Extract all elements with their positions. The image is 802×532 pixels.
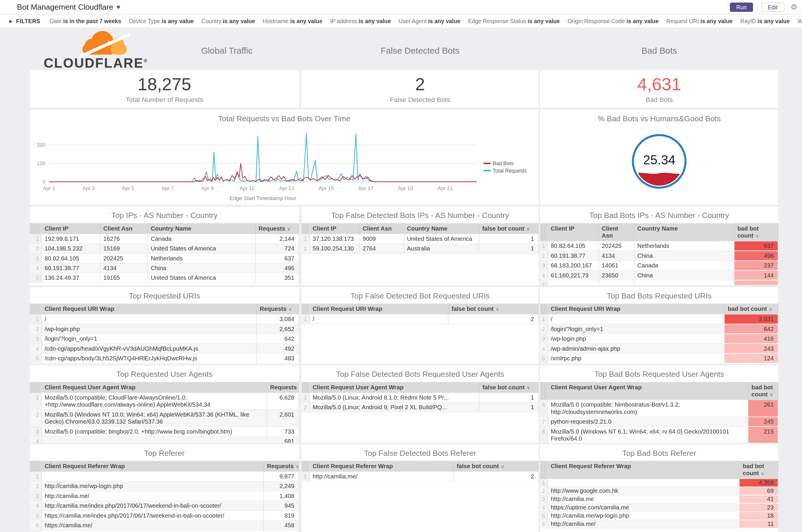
kpi-value: 4,631 [540, 74, 778, 94]
cell-client-ip: 60.191.38.77 [548, 251, 598, 261]
table-top-false-bot-referer: Client Request Referer Wrapfalse bot cou… [301, 461, 538, 481]
row-number: 6 [30, 520, 41, 530]
table-row: 368.183.200.16714061Canada237 [540, 261, 778, 270]
kpi-card-bad-bots: 4,631 Bad Bots [540, 70, 778, 108]
cell-client-request-uri-wrap: / [41, 314, 256, 324]
filter-item[interactable]: Device Type is any value [129, 18, 194, 24]
cell-client-asn: 2764 [359, 244, 403, 253]
column-header-country-name[interactable]: Country Name [404, 223, 479, 234]
filter-item[interactable]: Request URI is any value [666, 18, 732, 24]
cell-country-name: United States of America [404, 234, 479, 244]
cell-client-ip: 192.99.8.171 [41, 234, 100, 244]
heart-icon: ♥ [116, 3, 120, 11]
cell-bad-bot-count: 18 [739, 512, 778, 520]
table-row: 6Mozilla/5.0 (compatible; Nimbostratus-B… [540, 400, 778, 417]
cell-bad-bot-count: 23 [739, 503, 778, 512]
cell-client-asn: 202425 [100, 253, 147, 263]
x-axis-tick: Apr 11 [240, 186, 254, 191]
series-bad-bots [49, 164, 477, 182]
cell-client-asn: 4134 [100, 263, 147, 273]
row-number: 5 [540, 353, 548, 363]
filter-item[interactable]: RayID is any value [740, 18, 790, 24]
cell-client-request-uri-wrap: / [548, 314, 724, 324]
filter-item[interactable]: Origin Response Code is any value [567, 18, 658, 24]
column-header-client-request-user-agent-wrap[interactable]: Client Request User Agent Wrap [309, 382, 479, 393]
cell-bad-bot-count: 215 [748, 426, 778, 443]
cell-client-request-referer-wrap [548, 479, 739, 487]
column-header-country-name[interactable]: Country Name [147, 223, 255, 234]
column-header-client-request-user-agent-wrap[interactable]: Client Request User Agent Wrap [548, 382, 748, 400]
column-header-client-asn[interactable]: Client Asn [359, 223, 403, 234]
column-header-client-request-referer-wrap[interactable]: Client Request Referer Wrap [548, 461, 739, 479]
gear-icon[interactable]: ⚙ [790, 3, 797, 11]
filter-item[interactable]: Hostname is any value [263, 18, 322, 24]
column-header-false-bot-count[interactable]: false bot count∨ [448, 304, 538, 314]
column-header-client-ip[interactable]: Client IP [309, 223, 359, 234]
filters-label[interactable]: FILTERS [16, 18, 40, 24]
table-row: 3http://camilia.me41 [540, 495, 778, 503]
cell-requests: 284 [264, 530, 299, 532]
column-header-requests[interactable]: Requests∨ [264, 461, 299, 472]
x-axis-tick: Apr 15 [319, 186, 334, 191]
table-top-false-bot-user-agents: Client Request User Agent Wrapfalse bot … [301, 382, 538, 413]
cell-country-name: Canada [147, 234, 255, 244]
cell-client-asn: 4134 [598, 251, 634, 261]
column-header-client-request-user-agent-wrap[interactable]: Client Request User Agent Wrap [41, 382, 267, 393]
row-number: 1 [540, 314, 548, 324]
column-header-client-request-referer-wrap[interactable]: Client Request Referer Wrap [309, 461, 454, 472]
row-number: 1 [301, 472, 309, 481]
filters-expand-icon[interactable]: ▶ [9, 19, 13, 23]
column-header-requests[interactable]: Requests∨ [256, 304, 299, 314]
filter-item[interactable]: IP address is any value [330, 18, 391, 24]
row-number-header [301, 223, 309, 234]
column-header-requests[interactable]: Requests∨ [255, 223, 299, 234]
run-button[interactable]: Run [730, 2, 753, 12]
sort-desc-icon: ∨ [501, 464, 504, 469]
table-title: Top Bad Bots Requested User Agents [540, 366, 778, 382]
column-header-bad-bot-count[interactable]: bad bot count∨ [739, 461, 778, 479]
cell-requests: 6,628 [267, 393, 299, 410]
edit-button[interactable]: Edit [761, 2, 784, 12]
filter-item[interactable]: Country is any value [202, 18, 255, 24]
column-header-bad-bot-count[interactable]: bad bot count∨ [748, 382, 778, 400]
table-row: 461.160.221.7323650China144 [540, 270, 778, 280]
column-header-bad-bot-count[interactable]: bad bot count∨ [724, 304, 778, 314]
column-header-client-asn[interactable]: Client Asn [598, 223, 634, 241]
column-header-country-name[interactable]: Country Name [634, 223, 734, 241]
column-header-client-asn[interactable]: Client Asn [100, 223, 147, 234]
cell-client-ip: 80.82.64.105 [41, 253, 100, 263]
card-top-ips: Top IPs - AS Number - CountryClient IPCl… [30, 207, 299, 285]
table-row: 5136.24.49.3719165United States of Ameri… [30, 273, 299, 283]
column-header-false-bot-count[interactable]: false bot count∨ [454, 461, 538, 472]
cell-bad-bot-count: 41 [739, 495, 778, 503]
cell-client-request-user-agent-wrap: Mozilla/5.0 (compatible; bingbot/2.0; +h… [41, 426, 267, 436]
column-header-false-bot-count[interactable]: false bot count∨ [479, 223, 538, 234]
column-header-bad-bot-count[interactable]: bad bot count∨ [734, 223, 778, 241]
column-header-client-request-uri-wrap[interactable]: Client Request URI Wrap [309, 304, 448, 314]
column-header-requests[interactable]: Requests∨ [267, 382, 299, 393]
filter-item[interactable]: Date is in the past 7 weeks [50, 18, 121, 24]
row-number: 2 [30, 324, 41, 334]
filter-item[interactable]: User Agent is any value [399, 18, 460, 24]
table-row-clipped: 5 [540, 280, 778, 285]
x-axis-tick: Apr 1 [43, 186, 55, 191]
column-header-client-ip[interactable]: Client IP [548, 223, 598, 241]
filter-item[interactable]: Edge Response Status is any value [468, 18, 560, 24]
column-header-client-request-uri-wrap[interactable]: Client Request URI Wrap [548, 304, 724, 314]
column-header-client-request-referer-wrap[interactable]: Client Request Referer Wrap [41, 461, 264, 472]
table-top-referer: Client Request Referer WrapRequests∨19,8… [30, 461, 299, 532]
column-header-client-request-uri-wrap[interactable]: Client Request URI Wrap [41, 304, 256, 314]
cell-requests: 3,084 [256, 314, 299, 324]
cell-bad-bot-count [734, 280, 778, 285]
sort-desc-icon: ∨ [296, 464, 299, 469]
column-header-false-bot-count[interactable]: false bot count∨ [479, 382, 538, 393]
filter-item[interactable]: Worker Subrequest is… [798, 18, 802, 24]
row-number: 1 [30, 234, 41, 244]
table-top-ips: Client IPClient AsnCountry NameRequests∨… [30, 223, 299, 283]
x-axis-tick: Apr 21 [438, 186, 453, 191]
sort-desc-icon: ∨ [287, 226, 291, 231]
cell-requests: 2,601 [267, 410, 299, 426]
column-header-client-ip[interactable]: Client IP [41, 223, 100, 234]
table-row: 137.120.138.1739009United States of Amer… [301, 234, 538, 244]
x-axis-tick: Apr 5 [122, 186, 134, 191]
